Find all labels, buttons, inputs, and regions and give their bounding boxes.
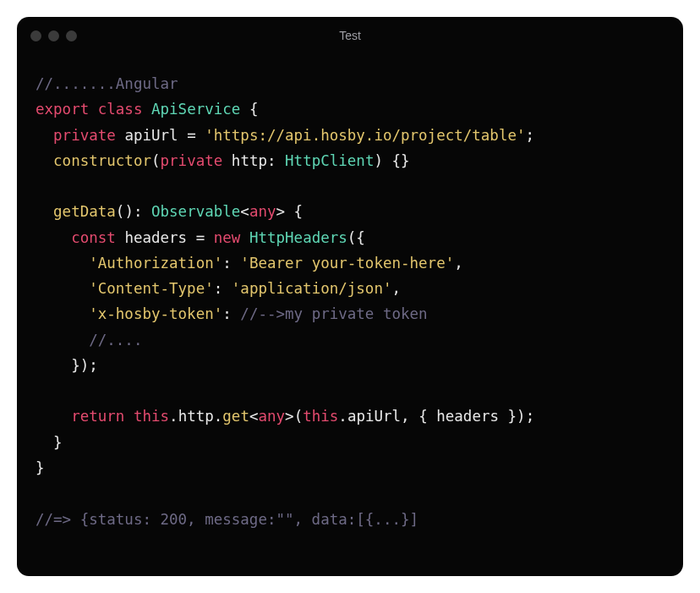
code-token: 'x-hosby-token' — [89, 305, 222, 322]
code-token: //-->my private token — [240, 305, 427, 322]
close-icon[interactable] — [30, 30, 41, 41]
code-token: < — [240, 203, 249, 220]
code-token: HttpClient — [285, 152, 374, 169]
code-token: this — [134, 408, 169, 425]
code-token — [240, 229, 249, 246]
code-token: : — [222, 255, 240, 272]
code-token: any — [258, 408, 285, 425]
code-token: private — [161, 152, 223, 169]
code-token: > — [276, 203, 286, 220]
code-token: : — [214, 280, 232, 297]
code-token: { — [240, 101, 258, 118]
code-token: ({ — [347, 229, 365, 246]
code-token: return — [71, 408, 124, 425]
code-token: { — [285, 203, 303, 220]
code-token: , { — [401, 408, 436, 425]
code-token: getData — [53, 203, 116, 220]
code-token: private — [53, 127, 116, 144]
code-token — [36, 203, 53, 220]
code-token: http — [178, 408, 214, 425]
code-token: . — [214, 408, 223, 425]
code-token — [116, 127, 125, 144]
code-token: ; — [526, 127, 535, 144]
code-line: }); — [36, 353, 664, 378]
code-token — [89, 101, 98, 118]
code-token: (): — [116, 203, 151, 220]
code-editor[interactable]: //.......Angularexport class ApiService … — [17, 54, 683, 576]
code-token: } — [36, 459, 45, 476]
traffic-lights — [30, 30, 77, 41]
code-token: ) {} — [374, 152, 409, 169]
code-token: //.... — [89, 332, 142, 349]
code-token: > — [285, 408, 294, 425]
code-token — [36, 280, 89, 297]
code-line: //.... — [36, 327, 664, 353]
code-line: 'x-hosby-token': //-->my private token — [36, 301, 664, 327]
code-token: headers — [124, 229, 187, 246]
code-token: , — [391, 280, 401, 297]
code-token — [36, 152, 53, 169]
code-token: = — [187, 229, 214, 246]
code-token: ( — [151, 152, 161, 169]
code-line: 'Content-Type': 'application/json', — [36, 276, 664, 301]
code-token: any — [249, 203, 276, 220]
code-line: return this.http.get<any>(this.apiUrl, {… — [36, 404, 664, 429]
code-token: get — [222, 408, 249, 425]
code-token: }); — [36, 357, 98, 374]
code-token: //.......Angular — [36, 75, 178, 92]
code-line: } — [36, 455, 664, 480]
code-token: //=> {status: 200, message:"", data:[{..… — [36, 511, 418, 528]
code-line: //=> {status: 200, message:"", data:[{..… — [36, 507, 664, 532]
code-token: constructor — [53, 152, 151, 169]
code-line: const headers = new HttpHeaders({ — [36, 225, 664, 250]
code-token: : — [267, 152, 285, 169]
code-line: private apiUrl = 'https://api.hosby.io/p… — [36, 123, 664, 148]
code-token: Observable — [151, 203, 240, 220]
code-line: //.......Angular — [36, 71, 664, 96]
code-token: < — [249, 408, 259, 425]
code-token: 'Authorization' — [89, 255, 222, 272]
window-title: Test — [17, 29, 683, 42]
code-token: ApiService — [151, 101, 240, 118]
code-line — [36, 378, 664, 404]
code-token: }); — [499, 408, 534, 425]
code-token: apiUrl — [347, 408, 401, 425]
minimize-icon[interactable] — [48, 30, 59, 41]
code-token: HttpHeaders — [249, 229, 347, 246]
code-token — [124, 408, 134, 425]
code-line: constructor(private http: HttpClient) {} — [36, 148, 664, 173]
code-line: 'Authorization': 'Bearer your-token-here… — [36, 250, 664, 276]
code-token: } — [36, 434, 63, 451]
code-window: Test //.......Angularexport class ApiSer… — [17, 17, 683, 576]
code-line — [36, 173, 664, 199]
code-token: class — [98, 101, 143, 118]
code-token — [142, 101, 151, 118]
maximize-icon[interactable] — [66, 30, 77, 41]
code-token: 'https://api.hosby.io/project/table' — [205, 127, 525, 144]
code-token: 'application/json' — [232, 280, 392, 297]
code-token: http — [232, 152, 267, 169]
code-token: this — [303, 408, 338, 425]
code-token: const — [71, 229, 116, 246]
code-token: ( — [294, 408, 304, 425]
code-token — [222, 152, 232, 169]
code-token — [36, 408, 71, 425]
code-token: = — [178, 127, 205, 144]
code-token: 'Content-Type' — [89, 280, 214, 297]
code-line — [36, 480, 664, 506]
code-line: export class ApiService { — [36, 96, 664, 122]
code-token — [36, 305, 89, 322]
code-token: export — [36, 101, 89, 118]
code-token: 'Bearer your-token-here' — [240, 255, 454, 272]
code-token — [36, 127, 53, 144]
code-token — [36, 255, 89, 272]
code-token — [36, 229, 71, 246]
code-line: getData(): Observable<any> { — [36, 199, 664, 224]
code-token — [36, 332, 89, 349]
code-token: new — [214, 229, 241, 246]
code-token: headers — [436, 408, 499, 425]
code-token: . — [169, 408, 178, 425]
code-line: } — [36, 430, 664, 455]
titlebar: Test — [17, 17, 683, 54]
code-token: , — [454, 255, 463, 272]
